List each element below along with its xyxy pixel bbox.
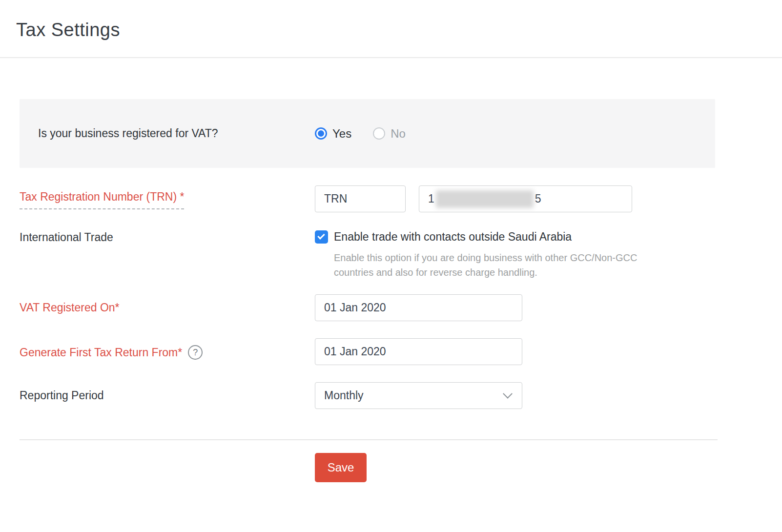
vat-registered-on-label: VAT Registered On* xyxy=(20,301,120,314)
radio-label-no: No xyxy=(391,127,406,141)
international-trade-checkbox-label: Enable trade with contacts outside Saudi… xyxy=(334,230,572,244)
form-footer-divider xyxy=(20,439,718,440)
trn-number-start: 1 xyxy=(428,192,434,205)
checkmark-icon xyxy=(317,232,325,240)
radio-option-no[interactable]: No xyxy=(373,127,406,141)
trn-number-end: 5 xyxy=(535,192,541,205)
international-trade-helper-text: Enable this option if you are doing busi… xyxy=(315,250,666,280)
trn-type-field[interactable]: TRN xyxy=(315,185,406,212)
vat-registered-on-row: VAT Registered On* 01 Jan 2020 xyxy=(20,294,782,321)
trn-number-blur-mask xyxy=(436,190,534,208)
first-tax-return-value: 01 Jan 2020 xyxy=(324,345,386,358)
tax-settings-form: Is your business registered for VAT? Yes… xyxy=(0,99,782,482)
checkbox-checked-icon[interactable] xyxy=(315,230,328,244)
first-tax-return-row: Generate First Tax Return From* ? 01 Jan… xyxy=(20,338,782,365)
trn-number-field[interactable]: 1 5 xyxy=(419,185,632,212)
international-trade-row: International Trade Enable trade with co… xyxy=(20,230,782,280)
reporting-period-label: Reporting Period xyxy=(20,389,104,402)
vat-registered-panel: Is your business registered for VAT? Yes… xyxy=(20,99,715,168)
page-header: Tax Settings xyxy=(0,0,782,58)
chevron-down-icon xyxy=(503,389,513,398)
international-trade-checkbox-row[interactable]: Enable trade with contacts outside Saudi… xyxy=(315,230,666,244)
page-title: Tax Settings xyxy=(16,20,782,41)
save-button[interactable]: Save xyxy=(315,453,367,482)
reporting-period-value: Monthly xyxy=(324,389,364,402)
vat-registered-on-date-field[interactable]: 01 Jan 2020 xyxy=(315,294,522,321)
trn-label: Tax Registration Number (TRN) * xyxy=(20,190,184,203)
vat-question-label: Is your business registered for VAT? xyxy=(38,127,315,140)
reporting-period-select[interactable]: Monthly xyxy=(315,382,522,409)
reporting-period-row: Reporting Period Monthly xyxy=(20,382,782,409)
vat-registered-on-value: 01 Jan 2020 xyxy=(324,301,386,314)
radio-unselected-icon[interactable] xyxy=(373,127,385,140)
radio-option-yes[interactable]: Yes xyxy=(315,127,351,141)
trn-type-value: TRN xyxy=(324,192,347,205)
first-tax-return-date-field[interactable]: 01 Jan 2020 xyxy=(315,338,522,365)
trn-label-underline: Tax Registration Number (TRN) * xyxy=(20,190,184,209)
first-tax-return-label: Generate First Tax Return From* xyxy=(20,346,182,359)
radio-selected-icon[interactable] xyxy=(315,127,327,140)
help-question-icon[interactable]: ? xyxy=(188,345,203,360)
international-trade-label: International Trade xyxy=(20,231,113,244)
vat-radio-group: Yes No xyxy=(315,127,406,141)
trn-row: Tax Registration Number (TRN) * TRN 1 5 xyxy=(20,185,782,212)
radio-label-yes: Yes xyxy=(332,127,351,141)
